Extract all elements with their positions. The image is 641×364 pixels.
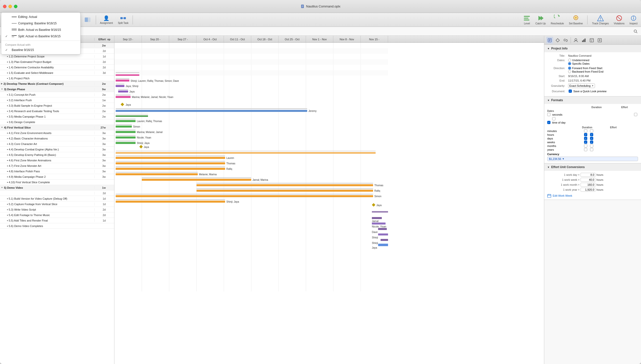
expand-triangle[interactable]: ▼: [1, 186, 3, 189]
task-row[interactable]: • 5.4) Edit Footage to Theme Music 2d: [0, 212, 114, 218]
task-row[interactable]: • 4.6) First Zone Monster Animations 3w: [0, 158, 114, 163]
level-button[interactable]: Level: [522, 14, 532, 26]
time-of-day-cb[interactable]: [547, 121, 550, 124]
radio-backward[interactable]: Backward from Fixed End: [568, 70, 603, 73]
right-panel: ▼ Project Info Title: Nautilus Command D…: [544, 36, 641, 364]
title-label: Title:: [547, 54, 567, 57]
chart-icon-btn[interactable]: [580, 37, 587, 44]
task-row[interactable]: • 5.6) Demo Video Completes: [0, 223, 114, 229]
expand-triangle[interactable]: ▼: [1, 126, 3, 128]
svg-text:Jamal: Jamal: [372, 220, 379, 222]
save-checkbox[interactable]: [569, 90, 572, 93]
radio-specific[interactable]: Specific Dates: [568, 62, 589, 65]
years-dur-cb[interactable]: [584, 148, 587, 151]
task-row[interactable]: • 1.4) Determine Contractor Availability…: [0, 65, 114, 70]
task-row[interactable]: • 1.5) Evaluate and Select Middleware 3d: [0, 70, 114, 76]
close-button[interactable]: [3, 5, 7, 8]
catch-up-button[interactable]: Catch Up: [534, 14, 547, 26]
granularity-select[interactable]: Exact Scheduling ▼: [568, 84, 595, 88]
phase-3-effort: 9w: [94, 88, 107, 91]
task-row[interactable]: • 4.7) First Zone Monster Art 3w: [0, 163, 114, 168]
task-row[interactable]: • 4.10) First Vertical Slice Complete: [0, 180, 114, 185]
currency-select[interactable]: $1,234.56 ▼: [547, 157, 638, 161]
weeks-eff-cb[interactable]: [590, 140, 593, 144]
task-row[interactable]: • 5.1) Build Version for Video Capture (…: [0, 196, 114, 202]
weeks-dur-cb[interactable]: [584, 140, 587, 144]
seconds-dates-cb[interactable]: [547, 113, 550, 116]
days-eff-cb[interactable]: [590, 137, 593, 140]
days-dur-cb[interactable]: [584, 137, 587, 140]
task-row[interactable]: • 4.2) Basic Character Animations 3w: [0, 136, 114, 141]
months-dur-cb[interactable]: [584, 144, 587, 148]
export-icon-btn[interactable]: [596, 37, 603, 44]
task-row[interactable]: • 5.2) Capture Footage from Vertical Sli…: [0, 202, 114, 207]
task-row[interactable]: • 1.2) Determine Project Scope 1d: [0, 54, 114, 59]
task-row[interactable]: • 4.5) Develop Enemy Pathing AI (Basic) …: [0, 152, 114, 158]
task-row[interactable]: • 1.6) Project Pitch: [0, 76, 114, 81]
split-task-button[interactable]: Split Task: [116, 14, 131, 25]
task-row[interactable]: • 5.5) Add Titles and Render Final 1d: [0, 218, 114, 223]
menu-item-both[interactable]: Both: Actual vs Baseline 9/16/15: [1, 26, 80, 33]
inspect-button[interactable]: Inspect: [628, 14, 639, 26]
seconds-duration-cb[interactable]: [634, 113, 637, 116]
menu-item-editing[interactable]: Editing: Actual: [1, 14, 80, 20]
expand-triangle[interactable]: ▼: [1, 88, 3, 90]
assignment-button[interactable]: 👤 Assignment: [98, 14, 115, 25]
currency-row: Currency: [547, 153, 638, 156]
work-month-input[interactable]: [580, 183, 595, 187]
seconds-effort-cb[interactable]: [552, 117, 555, 120]
task-row[interactable]: • 5.3) Write Video Script 2d: [0, 207, 114, 212]
task-row[interactable]: • 4.8) Interface Polish Pass 3w: [0, 168, 114, 174]
minimize-button[interactable]: [9, 5, 12, 8]
phase-row[interactable]: ▼ 5) Demo Video 1w: [0, 185, 114, 190]
search-button[interactable]: [632, 28, 639, 35]
menu-item-split[interactable]: ✓ Split: Actual vs Baseline 9/16/15: [1, 33, 80, 40]
minutes-eff-cb[interactable]: [590, 129, 593, 132]
task-row[interactable]: • 4.9) Media Campaign Phase 2 3w: [0, 174, 114, 180]
task-row[interactable]: • 4.4) Develop Combat Engine (Alpha Ver.…: [0, 147, 114, 152]
effort-conversions-header[interactable]: ▼ Effort Unit Conversions: [544, 163, 641, 171]
months-eff-cb[interactable]: [590, 144, 593, 148]
task-row[interactable]: • 3.1) Concept Art Push 2w: [0, 92, 114, 98]
hours-dur-cb[interactable]: [584, 133, 587, 136]
radio-undetermined[interactable]: Undetermined: [568, 59, 589, 62]
phase-row[interactable]: ▼ 4) First Vertical Slice 27w: [0, 125, 114, 130]
maximize-button[interactable]: [14, 5, 18, 8]
task-row[interactable]: • 3.3) Build Sample In-Engine Project 2w: [0, 103, 114, 108]
project-info-icon-btn[interactable]: [546, 37, 553, 44]
phase-row[interactable]: ▶ 2) Develop Theme Music (Contract Compo…: [0, 81, 114, 86]
person-icon-btn[interactable]: [572, 37, 579, 44]
hours-eff-cb[interactable]: [590, 133, 593, 136]
phase-row[interactable]: ▼ 3) Design Phase 9w: [0, 86, 114, 92]
task-row[interactable]: • 3.6) Design Complete: [0, 119, 114, 125]
col-effort-header: Effort: [94, 38, 107, 41]
task-row[interactable]: • 3.5) Media Campaign Phase 1 2w: [0, 114, 114, 119]
years-eff-cb[interactable]: [590, 148, 593, 151]
work-week-input[interactable]: [580, 178, 595, 182]
project-info-header[interactable]: ▼ Project Info: [544, 45, 641, 52]
set-baseline-button[interactable]: Set Baseline: [567, 14, 584, 26]
work-year-input[interactable]: [580, 188, 595, 192]
track-changes-button[interactable]: Track Changes: [590, 14, 610, 26]
menu-item-baseline[interactable]: ✓ Baseline 9/16/15: [1, 47, 80, 53]
work-day-input[interactable]: [580, 173, 595, 177]
task-row[interactable]: • 3.2) Interface Push 1w: [0, 98, 114, 103]
expand-triangle[interactable]: ▶: [1, 82, 3, 85]
gantt-body[interactable]: Shinji; Lauren; Rafiq; Thomas; Simon; Da…: [115, 43, 544, 364]
task-row[interactable]: • 4.1) First Zone Environment Assets 3w: [0, 130, 114, 136]
task-row[interactable]: • 4.3) Core Character Art 3w: [0, 141, 114, 147]
table-icon-btn[interactable]: [588, 37, 595, 44]
edit-work-week-btn[interactable]: Edit Work Week: [547, 194, 638, 198]
task-name: • 4.3) Core Character Art: [0, 142, 94, 146]
formats-header[interactable]: ▼ Formats: [544, 96, 641, 104]
link-icon-btn[interactable]: [562, 37, 569, 44]
reschedule-button[interactable]: Reschedule: [549, 14, 565, 26]
diamond-icon-btn[interactable]: [554, 37, 561, 44]
task-row[interactable]: • 3.4) Research and Evaluate Testing Too…: [0, 108, 114, 114]
radio-forward[interactable]: Forward from Fixed Start: [568, 67, 603, 70]
minutes-dur-cb[interactable]: [584, 129, 587, 132]
split-view-button[interactable]: [81, 16, 94, 24]
task-row[interactable]: • 1.3) Plan Estimated Project Budget 2d: [0, 59, 114, 65]
menu-item-comparing[interactable]: Comparing: Baseline 9/16/15: [1, 20, 80, 26]
violations-button[interactable]: Violations: [612, 14, 626, 26]
